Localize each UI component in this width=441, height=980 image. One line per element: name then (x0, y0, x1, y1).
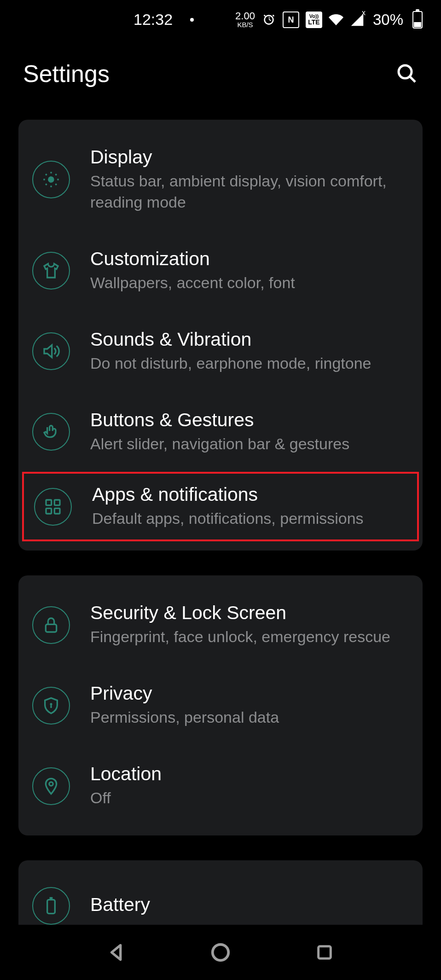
svg-rect-14 (54, 508, 60, 514)
nav-back-button[interactable] (105, 941, 128, 964)
svg-rect-11 (46, 500, 52, 505)
settings-item-privacy[interactable]: PrivacyPermissions, personal data (18, 665, 423, 746)
setting-title: Location (90, 763, 409, 785)
nav-home-button[interactable] (209, 941, 232, 964)
setting-subtitle: Permissions, personal data (90, 707, 409, 728)
svg-point-18 (49, 782, 53, 785)
pin-icon (32, 767, 70, 805)
setting-title: Customization (90, 248, 409, 270)
settings-item-apps[interactable]: Apps & notificationsDefault apps, notifi… (22, 472, 419, 541)
status-time: 12:32 (133, 11, 173, 29)
wifi-icon (329, 12, 343, 27)
svg-line-10 (56, 174, 57, 175)
settings-list: DisplayStatus bar, ambient display, visi… (0, 120, 441, 951)
svg-point-0 (399, 65, 412, 78)
svg-line-5 (46, 174, 46, 175)
battery-icon (412, 11, 423, 29)
status-bar: 12:32 2.00 KB/S N Vo)) LTE x 30% (0, 0, 441, 39)
shirt-icon (32, 252, 70, 290)
apps-icon (34, 488, 72, 526)
shield-icon (32, 687, 70, 725)
setting-title: Sounds & Vibration (90, 329, 409, 350)
svg-point-21 (213, 945, 229, 961)
settings-item-display[interactable]: DisplayStatus bar, ambient display, visi… (18, 129, 423, 231)
battery-percentage: 30% (373, 11, 403, 29)
page-title: Settings (23, 60, 110, 87)
setting-title: Display (90, 146, 409, 168)
svg-rect-13 (46, 508, 52, 514)
setting-title: Privacy (90, 683, 409, 704)
svg-rect-19 (47, 900, 55, 914)
settings-item-sounds[interactable]: Sounds & VibrationDo not disturb, earpho… (18, 311, 423, 392)
setting-subtitle: Default apps, notifications, permissions (92, 508, 407, 529)
net-speed-indicator: 2.00 KB/S (235, 11, 255, 28)
setting-subtitle: Do not disturb, earphone mode, ringtone (90, 353, 409, 374)
svg-line-9 (46, 184, 46, 185)
setting-subtitle: Fingerprint, face unlock, emergency resc… (90, 626, 409, 648)
setting-title: Battery (90, 894, 409, 916)
settings-item-location[interactable]: LocationOff (18, 746, 423, 826)
setting-title: Buttons & Gestures (90, 409, 409, 431)
settings-group: Security & Lock ScreenFingerprint, face … (18, 575, 423, 835)
settings-item-customization[interactable]: CustomizationWallpapers, accent color, f… (18, 231, 423, 311)
setting-subtitle: Off (90, 788, 409, 809)
tap-icon (32, 413, 70, 451)
setting-subtitle: Status bar, ambient display, vision comf… (90, 171, 409, 213)
nfc-icon: N (283, 12, 299, 28)
setting-subtitle: Wallpapers, accent color, font (90, 273, 409, 294)
setting-subtitle: Alert slider, navigation bar & gestures (90, 434, 409, 455)
cell-signal-icon: x (350, 12, 365, 27)
svg-line-1 (410, 76, 415, 82)
settings-item-buttons[interactable]: Buttons & GesturesAlert slider, navigati… (18, 392, 423, 472)
brightness-icon (32, 161, 70, 198)
settings-item-security[interactable]: Security & Lock ScreenFingerprint, face … (18, 585, 423, 665)
navigation-bar (0, 925, 441, 980)
setting-title: Apps & notifications (92, 484, 407, 505)
search-button[interactable] (396, 63, 418, 85)
svg-rect-12 (54, 500, 60, 505)
setting-title: Security & Lock Screen (90, 602, 409, 624)
lock-icon (32, 606, 70, 644)
nav-recents-button[interactable] (313, 941, 336, 964)
alarm-icon (261, 12, 276, 27)
status-dot-icon (190, 18, 194, 22)
header: Settings (0, 39, 441, 120)
svg-line-6 (56, 184, 57, 185)
svg-point-16 (50, 703, 52, 705)
volte-icon: Vo)) LTE (306, 12, 322, 28)
svg-rect-15 (46, 624, 56, 632)
battery-icon (32, 887, 70, 925)
svg-rect-22 (319, 946, 331, 959)
volume-icon (32, 332, 70, 370)
settings-group: DisplayStatus bar, ambient display, visi… (18, 120, 423, 551)
